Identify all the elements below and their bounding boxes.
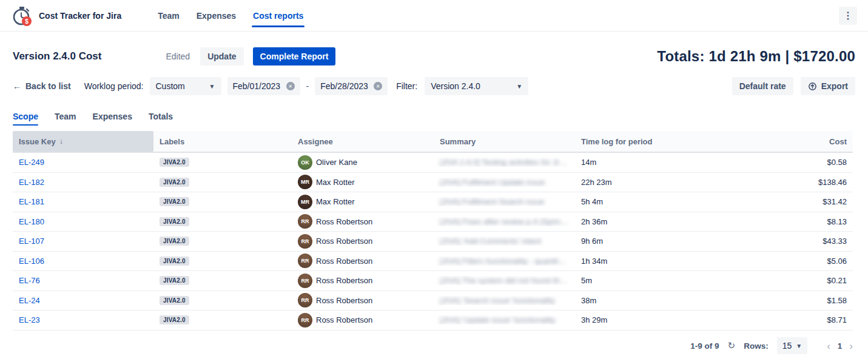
- table-row[interactable]: EL-107 JIVA2.0 RR Ross Robertson [JIVA] …: [13, 232, 853, 252]
- tab-totals[interactable]: Totals: [149, 112, 173, 126]
- table-row[interactable]: EL-180 JIVA2.0 RR Ross Robertson [JIVA] …: [13, 212, 853, 232]
- time-cell: 1h 34m: [575, 257, 712, 266]
- labels-cell: JIVA2.0: [153, 197, 292, 206]
- time-logged: 3h 29m: [581, 315, 607, 324]
- rows-per-page-label: Rows:: [744, 341, 769, 351]
- label-badge: JIVA2.0: [160, 178, 189, 187]
- time-cell: 14m: [575, 158, 712, 167]
- issue-key-link[interactable]: EL-106: [19, 257, 44, 266]
- cost-value: $8.13: [827, 217, 847, 226]
- nav-team[interactable]: Team: [149, 0, 188, 31]
- table-row[interactable]: EL-24 JIVA2.0 RR Ross Robertson [JIVA] '…: [13, 291, 853, 311]
- more-options-button[interactable]: ⋮: [839, 7, 857, 25]
- nav-cost-reports[interactable]: Cost reports: [244, 0, 312, 31]
- date-from-value: Feb/01/2023: [233, 81, 281, 91]
- time-logged: 22h 23m: [581, 178, 612, 187]
- table-row[interactable]: EL-182 JIVA2.0 MR Max Rotter [JIVA] Fulf…: [13, 173, 853, 193]
- issue-key-link[interactable]: EL-249: [19, 158, 44, 167]
- summary-cell: [JIVA] Fulfilment Update issue: [434, 178, 575, 187]
- date-to-input[interactable]: Feb/28/2023 ✕: [315, 77, 388, 95]
- assignee-cell: RR Ross Robertson: [292, 274, 434, 288]
- date-from-input[interactable]: Feb/01/2023 ✕: [227, 77, 300, 95]
- header-labels[interactable]: Labels: [153, 137, 292, 146]
- worklog-period-select[interactable]: Custom ▼: [150, 77, 221, 95]
- export-button[interactable]: Export: [801, 77, 855, 95]
- issue-key-link[interactable]: EL-23: [19, 315, 40, 324]
- clear-date-from-icon[interactable]: ✕: [286, 82, 295, 90]
- table-row[interactable]: EL-76 JIVA2.0 RR Ross Robertson [JIVA] T…: [13, 271, 853, 291]
- summary-cell: [JIVA] 'Add Comments' intent: [434, 237, 575, 246]
- app-logo-icon: $: [11, 5, 33, 27]
- default-rate-button[interactable]: Default rate: [732, 77, 793, 95]
- version-filter-select[interactable]: Version 2.4.0 ▼: [425, 77, 528, 95]
- previous-page-icon[interactable]: ‹: [827, 341, 830, 351]
- tab-expenses[interactable]: Expenses: [93, 112, 132, 126]
- table-row[interactable]: EL-181 JIVA2.0 MR Max Rotter [JIVA] Fulf…: [13, 192, 853, 212]
- back-to-list-button[interactable]: ← Back to list: [13, 78, 76, 95]
- next-page-icon[interactable]: ›: [849, 341, 853, 351]
- issue-key-link[interactable]: EL-107: [19, 237, 44, 246]
- nav-expenses[interactable]: Expenses: [188, 0, 244, 31]
- issue-key-link[interactable]: EL-24: [19, 296, 40, 305]
- issue-key-cell: EL-23: [13, 315, 153, 324]
- update-button[interactable]: Update: [200, 47, 243, 65]
- refresh-icon[interactable]: ↻: [728, 340, 736, 351]
- issue-key-cell: EL-249: [13, 158, 153, 167]
- table-row[interactable]: EL-249 JIVA2.0 OK Oliver Kane [JIVA 2.4.…: [13, 153, 853, 173]
- complete-report-button[interactable]: Complete Report: [253, 47, 336, 65]
- cost-value: $8.71: [827, 315, 847, 324]
- date-to-value: Feb/28/2023: [320, 81, 368, 91]
- rows-per-page-select[interactable]: 15 ▼: [777, 337, 807, 354]
- header-issue-key[interactable]: Issue Key ↓: [13, 131, 153, 152]
- clear-date-to-icon[interactable]: ✕: [374, 82, 382, 90]
- issue-key-link[interactable]: EL-182: [19, 178, 44, 187]
- back-to-list-label: Back to list: [25, 81, 71, 91]
- pagination: ‹ 1 ›: [827, 341, 853, 351]
- scope-table: Issue Key ↓ Labels Assignee Summary Time…: [13, 131, 853, 331]
- avatar: MR: [298, 195, 312, 209]
- assignee-cell: RR Ross Robertson: [292, 293, 434, 307]
- cost-cell: $5.06: [712, 257, 853, 266]
- summary-text-redacted: [JIVA] Fulfilment Search issue: [440, 197, 544, 206]
- issue-key-header-label: Issue Key: [19, 137, 56, 146]
- top-bar: $ Cost Tracker for Jira Team Expenses Co…: [0, 0, 868, 32]
- header-time[interactable]: Time log for period: [575, 137, 712, 146]
- header-cost[interactable]: Cost: [712, 137, 853, 146]
- issue-key-link[interactable]: EL-181: [19, 197, 44, 206]
- brand: $ Cost Tracker for Jira: [11, 5, 121, 27]
- assignee-cell: MR Max Rotter: [292, 175, 434, 189]
- labels-cell: JIVA2.0: [153, 296, 292, 305]
- labels-cell: JIVA2.0: [153, 178, 292, 187]
- labels-cell: JIVA2.0: [153, 217, 292, 226]
- assignee-name: Ross Robertson: [316, 296, 372, 305]
- summary-cell: [JIVA] Filters functionality - quantity …: [434, 257, 575, 266]
- filter-label: Filter:: [396, 81, 417, 91]
- report-tabs: Scope Team Expenses Totals: [13, 110, 855, 126]
- summary-text-redacted: [JIVA] 'Search issue' functionality: [440, 296, 555, 305]
- back-arrow-icon: ←: [13, 81, 21, 91]
- cost-value: $31.42: [823, 197, 847, 206]
- labels-header-label: Labels: [160, 137, 184, 146]
- table-row[interactable]: EL-106 JIVA2.0 RR Ross Robertson [JIVA] …: [13, 252, 853, 272]
- worklog-period-label: Worklog period:: [84, 81, 144, 91]
- issue-key-link[interactable]: EL-180: [19, 217, 44, 226]
- table-row[interactable]: EL-23 JIVA2.0 RR Ross Robertson [JIVA] '…: [13, 311, 853, 331]
- assignee-cell: RR Ross Robertson: [292, 234, 434, 249]
- assignee-cell: RR Ross Robertson: [292, 214, 434, 229]
- header-assignee[interactable]: Assignee: [292, 137, 434, 146]
- assignee-name: Oliver Kane: [316, 158, 357, 167]
- time-header-label: Time log for period: [581, 137, 653, 146]
- assignee-cell: RR Ross Robertson: [292, 313, 434, 327]
- tab-scope[interactable]: Scope: [13, 112, 38, 126]
- cost-cell: $138.46: [712, 178, 853, 187]
- avatar: OK: [298, 155, 312, 170]
- header-summary[interactable]: Summary: [434, 137, 575, 146]
- assignee-cell: MR Max Rotter: [292, 195, 434, 209]
- table-header-row: Issue Key ↓ Labels Assignee Summary Time…: [13, 131, 853, 153]
- cost-value: $1.58: [827, 296, 847, 305]
- cost-header-label: Cost: [829, 137, 847, 146]
- issue-key-cell: EL-181: [13, 197, 153, 206]
- tab-team[interactable]: Team: [55, 112, 76, 126]
- issue-key-cell: EL-182: [13, 178, 153, 187]
- issue-key-link[interactable]: EL-76: [19, 276, 40, 285]
